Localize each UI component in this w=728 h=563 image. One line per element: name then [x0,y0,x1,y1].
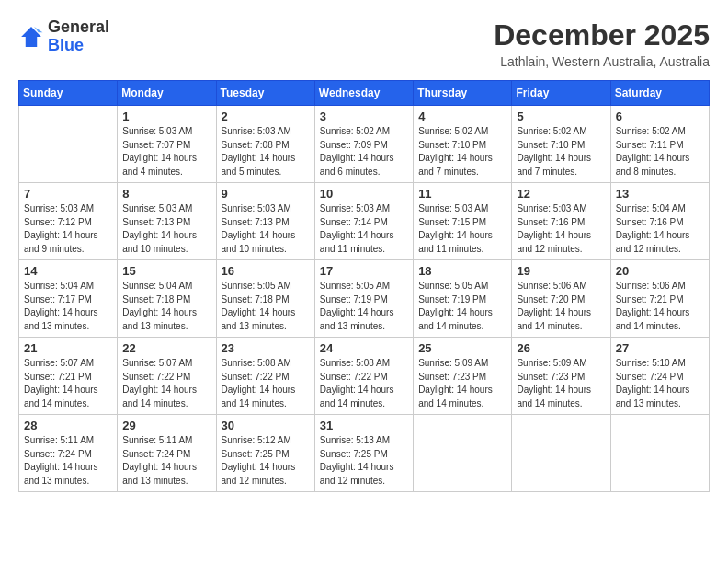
day-number: 11 [418,187,506,201]
day-info: Sunrise: 5:09 AM Sunset: 7:23 PM Dayligh… [517,357,605,410]
day-cell: 31Sunrise: 5:13 AM Sunset: 7:25 PM Dayli… [314,415,413,492]
day-number: 23 [222,341,310,355]
day-number: 25 [418,341,506,355]
day-info: Sunrise: 5:05 AM Sunset: 7:18 PM Dayligh… [222,280,310,333]
day-number: 14 [24,264,112,278]
day-info: Sunrise: 5:02 AM Sunset: 7:09 PM Dayligh… [320,125,408,178]
day-number: 7 [24,187,112,201]
day-cell: 6Sunrise: 5:02 AM Sunset: 7:11 PM Daylig… [610,106,709,183]
day-info: Sunrise: 5:03 AM Sunset: 7:12 PM Dayligh… [24,202,112,256]
day-number: 22 [122,341,210,355]
day-number: 15 [122,264,210,278]
day-number: 31 [320,419,408,432]
day-info: Sunrise: 5:07 AM Sunset: 7:22 PM Dayligh… [122,357,210,410]
day-cell [414,415,512,492]
day-info: Sunrise: 5:03 AM Sunset: 7:16 PM Dayligh… [517,202,605,256]
day-cell: 27Sunrise: 5:10 AM Sunset: 7:24 PM Dayli… [610,338,709,415]
day-number: 16 [222,264,310,278]
day-info: Sunrise: 5:03 AM Sunset: 7:15 PM Dayligh… [418,202,506,256]
day-cell: 4Sunrise: 5:02 AM Sunset: 7:10 PM Daylig… [414,106,512,183]
day-cell: 30Sunrise: 5:12 AM Sunset: 7:25 PM Dayli… [216,415,314,492]
day-info: Sunrise: 5:08 AM Sunset: 7:22 PM Dayligh… [320,357,408,410]
day-number: 24 [320,341,408,355]
col-header-saturday: Saturday [610,81,709,106]
day-cell: 25Sunrise: 5:09 AM Sunset: 7:23 PM Dayli… [414,338,512,415]
day-info: Sunrise: 5:02 AM Sunset: 7:10 PM Dayligh… [418,125,506,178]
day-cell: 20Sunrise: 5:06 AM Sunset: 7:21 PM Dayli… [610,260,709,338]
day-number: 6 [616,109,704,123]
day-number: 2 [222,109,310,123]
day-number: 12 [517,187,605,201]
day-cell: 28Sunrise: 5:11 AM Sunset: 7:24 PM Dayli… [19,415,118,492]
day-cell: 24Sunrise: 5:08 AM Sunset: 7:22 PM Dayli… [314,338,413,415]
day-info: Sunrise: 5:03 AM Sunset: 7:13 PM Dayligh… [222,202,310,256]
day-info: Sunrise: 5:07 AM Sunset: 7:21 PM Dayligh… [24,357,112,410]
day-info: Sunrise: 5:11 AM Sunset: 7:24 PM Dayligh… [122,434,210,488]
day-cell: 26Sunrise: 5:09 AM Sunset: 7:23 PM Dayli… [512,338,610,415]
day-cell [19,106,118,183]
day-cell: 21Sunrise: 5:07 AM Sunset: 7:21 PM Dayli… [19,338,118,415]
day-info: Sunrise: 5:05 AM Sunset: 7:19 PM Dayligh… [418,280,506,333]
day-info: Sunrise: 5:11 AM Sunset: 7:24 PM Dayligh… [24,434,112,488]
day-number: 28 [24,419,112,432]
day-number: 8 [122,187,210,201]
day-cell: 12Sunrise: 5:03 AM Sunset: 7:16 PM Dayli… [512,183,610,260]
day-cell: 19Sunrise: 5:06 AM Sunset: 7:20 PM Dayli… [512,260,610,338]
week-row-5: 28Sunrise: 5:11 AM Sunset: 7:24 PM Dayli… [19,415,710,492]
day-cell: 17Sunrise: 5:05 AM Sunset: 7:19 PM Dayli… [314,260,413,338]
col-header-wednesday: Wednesday [314,81,413,106]
page-header: General Blue December 2025 Lathlain, Wes… [18,18,710,69]
week-row-3: 14Sunrise: 5:04 AM Sunset: 7:17 PM Dayli… [19,260,710,338]
day-number: 3 [320,109,408,123]
day-number: 30 [222,419,310,432]
day-number: 5 [517,109,605,123]
day-info: Sunrise: 5:03 AM Sunset: 7:14 PM Dayligh… [320,202,408,256]
day-number: 27 [616,341,704,355]
day-cell: 16Sunrise: 5:05 AM Sunset: 7:18 PM Dayli… [216,260,314,338]
title-block: December 2025 Lathlain, Western Australi… [494,18,710,69]
day-info: Sunrise: 5:04 AM Sunset: 7:18 PM Dayligh… [122,280,210,333]
day-cell: 1Sunrise: 5:03 AM Sunset: 7:07 PM Daylig… [118,106,216,183]
day-number: 18 [418,264,506,278]
day-info: Sunrise: 5:12 AM Sunset: 7:25 PM Dayligh… [222,434,310,488]
logo: General Blue [18,18,109,55]
day-cell: 22Sunrise: 5:07 AM Sunset: 7:22 PM Dayli… [118,338,216,415]
day-number: 26 [517,341,605,355]
day-cell: 8Sunrise: 5:03 AM Sunset: 7:13 PM Daylig… [118,183,216,260]
day-number: 1 [122,109,210,123]
day-cell: 13Sunrise: 5:04 AM Sunset: 7:16 PM Dayli… [610,183,709,260]
day-cell: 23Sunrise: 5:08 AM Sunset: 7:22 PM Dayli… [216,338,314,415]
day-info: Sunrise: 5:08 AM Sunset: 7:22 PM Dayligh… [222,357,310,410]
day-info: Sunrise: 5:03 AM Sunset: 7:08 PM Dayligh… [222,125,310,178]
day-number: 19 [517,264,605,278]
day-number: 17 [320,264,408,278]
day-number: 10 [320,187,408,201]
day-cell: 5Sunrise: 5:02 AM Sunset: 7:10 PM Daylig… [512,106,610,183]
day-cell: 18Sunrise: 5:05 AM Sunset: 7:19 PM Dayli… [414,260,512,338]
day-cell: 11Sunrise: 5:03 AM Sunset: 7:15 PM Dayli… [414,183,512,260]
day-cell: 7Sunrise: 5:03 AM Sunset: 7:12 PM Daylig… [19,183,118,260]
day-cell [512,415,610,492]
month-title: December 2025 [494,18,710,52]
week-row-4: 21Sunrise: 5:07 AM Sunset: 7:21 PM Dayli… [19,338,710,415]
day-cell [610,415,709,492]
col-header-friday: Friday [512,81,610,106]
col-header-tuesday: Tuesday [216,81,314,106]
day-cell: 10Sunrise: 5:03 AM Sunset: 7:14 PM Dayli… [314,183,413,260]
day-number: 29 [122,419,210,432]
day-info: Sunrise: 5:03 AM Sunset: 7:07 PM Dayligh… [122,125,210,178]
day-cell: 14Sunrise: 5:04 AM Sunset: 7:17 PM Dayli… [19,260,118,338]
day-info: Sunrise: 5:02 AM Sunset: 7:10 PM Dayligh… [517,125,605,178]
day-info: Sunrise: 5:04 AM Sunset: 7:16 PM Dayligh… [616,202,704,256]
day-cell: 9Sunrise: 5:03 AM Sunset: 7:13 PM Daylig… [216,183,314,260]
day-info: Sunrise: 5:05 AM Sunset: 7:19 PM Dayligh… [320,280,408,333]
col-header-monday: Monday [118,81,216,106]
day-info: Sunrise: 5:03 AM Sunset: 7:13 PM Dayligh… [122,202,210,256]
location-text: Lathlain, Western Australia, Australia [494,54,710,69]
day-info: Sunrise: 5:09 AM Sunset: 7:23 PM Dayligh… [418,357,506,410]
day-cell: 3Sunrise: 5:02 AM Sunset: 7:09 PM Daylig… [314,106,413,183]
week-row-2: 7Sunrise: 5:03 AM Sunset: 7:12 PM Daylig… [19,183,710,260]
day-info: Sunrise: 5:10 AM Sunset: 7:24 PM Dayligh… [616,357,704,410]
day-number: 9 [222,187,310,201]
calendar-table: SundayMondayTuesdayWednesdayThursdayFrid… [18,80,710,492]
